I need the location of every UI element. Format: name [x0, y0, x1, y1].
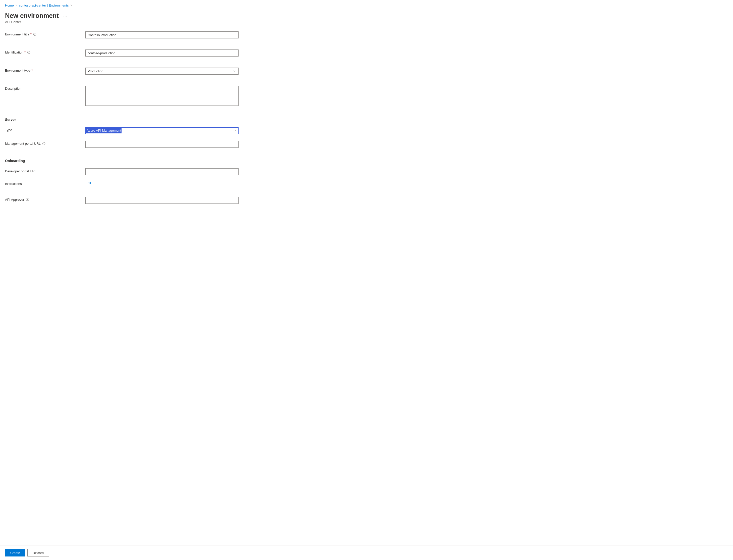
- info-icon[interactable]: [27, 51, 30, 54]
- mgmt-portal-label: Management portal URL: [5, 142, 41, 145]
- identification-label: Identification: [5, 50, 23, 54]
- info-icon[interactable]: [26, 198, 29, 201]
- env-title-input[interactable]: [85, 31, 239, 38]
- breadcrumb-home[interactable]: Home: [5, 4, 14, 7]
- svg-point-7: [43, 143, 44, 143]
- instructions-label: Instructions: [5, 182, 22, 186]
- onboarding-heading: Onboarding: [5, 159, 728, 163]
- chevron-right-icon: [70, 4, 72, 7]
- mgmt-portal-input[interactable]: [85, 141, 239, 148]
- required-icon: *: [30, 32, 32, 36]
- breadcrumb: Home contoso-api-center | Environments: [5, 4, 728, 7]
- server-type-label: Type: [5, 128, 12, 132]
- svg-rect-5: [29, 52, 29, 53]
- info-icon[interactable]: [33, 33, 36, 36]
- api-approver-label: API Approver: [5, 198, 24, 201]
- footer-bar: Create Discard: [0, 545, 733, 560]
- description-input[interactable]: [85, 86, 239, 106]
- server-type-select[interactable]: Azure API Management: [85, 127, 239, 134]
- identification-input[interactable]: [85, 49, 239, 57]
- create-button[interactable]: Create: [5, 549, 25, 556]
- breadcrumb-resource[interactable]: contoso-api-center | Environments: [19, 4, 69, 7]
- description-label: Description: [5, 87, 21, 90]
- env-type-selected: Production: [88, 69, 103, 73]
- svg-point-4: [29, 52, 29, 52]
- svg-point-10: [27, 199, 28, 199]
- server-heading: Server: [5, 118, 728, 122]
- server-type-selected: Azure API Management: [86, 128, 122, 133]
- dev-portal-label: Developer portal URL: [5, 169, 36, 173]
- api-approver-input[interactable]: [85, 197, 239, 204]
- page-subtitle: API Center: [5, 20, 728, 24]
- svg-rect-8: [44, 143, 44, 144]
- required-icon: *: [24, 50, 26, 54]
- dev-portal-input[interactable]: [85, 168, 239, 175]
- env-type-select[interactable]: Production: [85, 68, 239, 75]
- discard-button[interactable]: Discard: [27, 549, 49, 556]
- svg-rect-11: [27, 199, 28, 200]
- page-title: New environment: [5, 12, 59, 20]
- instructions-edit-link[interactable]: Edit: [85, 181, 91, 185]
- env-title-label: Environment title: [5, 32, 29, 36]
- info-icon[interactable]: [42, 142, 45, 145]
- svg-point-1: [35, 33, 35, 34]
- chevron-right-icon: [15, 4, 18, 7]
- required-icon: *: [31, 69, 33, 72]
- more-actions-button[interactable]: ···: [63, 13, 67, 19]
- svg-rect-2: [35, 34, 35, 35]
- env-type-label: Environment type: [5, 69, 30, 72]
